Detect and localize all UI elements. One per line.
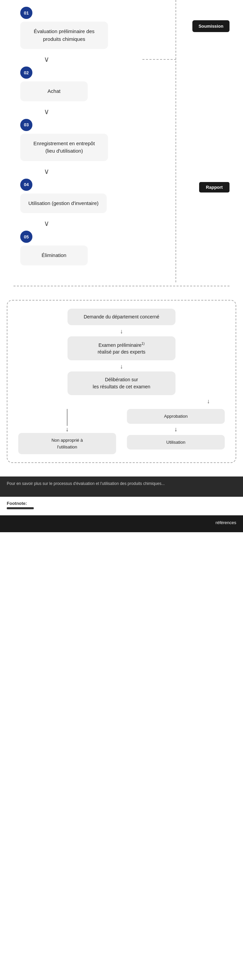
flow-split: ↓ Non approprié à l'utilisation Approbat… — [13, 409, 230, 454]
dashed-h-01 — [143, 59, 176, 60]
bottom-text: références — [216, 520, 236, 525]
footnote-label: Footnote: — [7, 501, 27, 506]
step-row-03: 03 Enregistrement en entrepôt (lieu d'ut… — [0, 119, 243, 164]
flow-arrow-approbation: ↓ — [174, 426, 177, 433]
step-box-05: Élimination — [20, 245, 88, 266]
flow-arrow-1: ↓ — [13, 328, 230, 335]
step-row-05: 05 Élimination — [0, 231, 243, 269]
not-appropriate-line2: l'utilisation — [57, 444, 77, 449]
flow-box-approbation: Approbation — [127, 409, 225, 424]
step-02-left: 02 Achat — [0, 67, 108, 105]
step-box-02: Achat — [20, 81, 88, 101]
separator-dashed — [14, 286, 230, 286]
flow-box-2-sup: 1) — [141, 342, 145, 345]
step-03-left: 03 Enregistrement en entrepôt (lieu d'ut… — [0, 119, 108, 164]
step-04-left: 04 Utilisation (gestion d'inventaire) — [0, 179, 108, 217]
flow-split-right-col: Approbation ↓ Utilisation — [127, 409, 225, 454]
flow-outer-border: Demande du département concerné ↓ Examen… — [7, 300, 236, 463]
flow-box-3-line2: les résultats de cet examen — [93, 384, 150, 389]
flow-box-2: Examen préliminaire1) réalisé par des ex… — [68, 336, 176, 361]
step-05-left: 05 Élimination — [0, 231, 108, 269]
left-vert-line — [67, 409, 68, 426]
flow-arrow-3: ↓ — [207, 398, 210, 405]
flow-box-1: Demande du département concerné — [68, 309, 176, 325]
arrow-01-02: ∨ — [0, 55, 243, 64]
flow-box-not-appropriate: Non approprié à l'utilisation — [18, 433, 116, 454]
arrow-03-04: ∨ — [0, 167, 243, 176]
flow-split-left-col: ↓ Non approprié à l'utilisation — [18, 409, 116, 454]
flow-arrow-3-container: ↓ — [13, 398, 230, 405]
step-04-right-overlay: Rapport — [199, 182, 230, 192]
step-01-right-overlay: Soumission — [192, 20, 230, 32]
footer-text: Pour en savoir plus sur le processus d'é… — [7, 481, 165, 486]
step-01-left: 01 Évaluation préliminaire des produits … — [0, 7, 108, 52]
flow-box-3-line1: Délibération sur — [105, 377, 138, 382]
arrow-02-03: ∨ — [0, 107, 243, 116]
step-row-04: 04 Utilisation (gestion d'inventaire) Ra… — [0, 179, 243, 217]
flowchart-section: Demande du département concerné ↓ Examen… — [7, 300, 236, 463]
step-badge-01: 01 — [20, 7, 32, 19]
footnote-bar — [7, 507, 34, 509]
page-wrapper: 01 Évaluation préliminaire des produits … — [0, 0, 243, 532]
step-box-04: Utilisation (gestion d'inventaire) — [20, 194, 106, 213]
flow-box-2-text: Examen préliminaire — [98, 342, 142, 347]
step-badge-02: 02 — [20, 67, 32, 79]
step-row-01: 01 Évaluation préliminaire des produits … — [0, 7, 243, 52]
bottom-bar: références — [0, 515, 243, 532]
step-box-03: Enregistrement en entrepôt (lieu d'utili… — [20, 134, 108, 161]
step-badge-04: 04 — [20, 179, 32, 191]
flow-box-utilisation: Utilisation — [127, 435, 225, 450]
flow-box-3: Délibération sur les résultats de cet ex… — [68, 371, 176, 395]
footer-section: Pour en savoir plus sur le processus d'é… — [0, 476, 243, 497]
step-badge-03: 03 — [20, 119, 32, 131]
step-badge-05: 05 — [20, 231, 32, 243]
step-box-01: Évaluation préliminaire des produits chi… — [20, 22, 108, 49]
step-row-02: 02 Achat — [0, 67, 243, 105]
footnote-section: Footnote: — [0, 497, 243, 515]
flow-arrow-2: ↓ — [13, 363, 230, 370]
arrow-04-05: ∨ — [0, 219, 243, 228]
flow-box-2-text2: réalisé par des experts — [97, 349, 146, 355]
steps-area: 01 Évaluation préliminaire des produits … — [0, 0, 243, 282]
not-appropriate-line1: Non approprié à — [51, 438, 83, 443]
